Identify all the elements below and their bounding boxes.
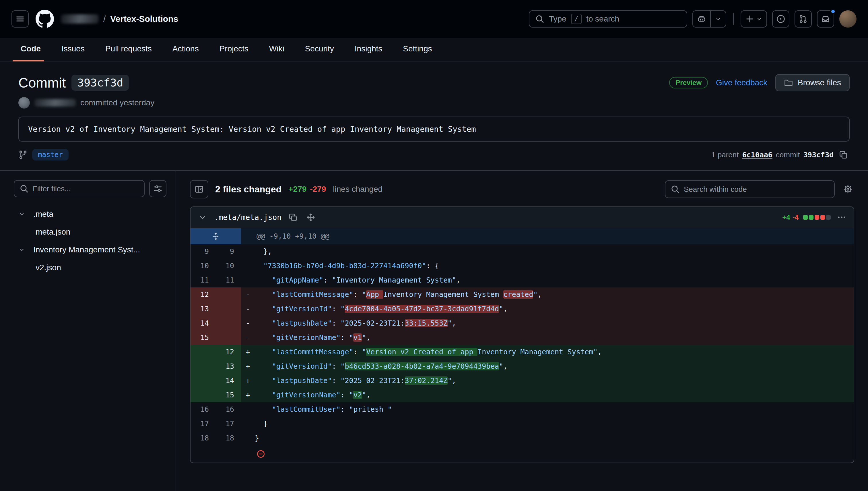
diff-toolbar: 2 files changed +279 -279 lines changed <box>190 180 854 198</box>
new-line-number[interactable]: 12 <box>216 345 241 359</box>
tab-wiki[interactable]: Wiki <box>256 38 292 61</box>
tree-folder-inventory-management-syst[interactable]: Inventory Management Syst... <box>14 241 166 259</box>
page-title: Commit 393cf3d <box>19 75 129 91</box>
chevron-down-icon[interactable] <box>19 211 25 218</box>
old-line-number[interactable] <box>190 359 216 374</box>
old-line-number[interactable] <box>190 374 216 388</box>
author-name-redacted[interactable] <box>34 99 76 107</box>
user-avatar[interactable] <box>839 10 857 28</box>
new-line-number[interactable]: 17 <box>216 416 241 431</box>
preview-badge[interactable]: Preview <box>669 77 708 88</box>
drag-handle[interactable] <box>305 211 317 224</box>
code-search-input[interactable] <box>684 185 829 194</box>
tab-projects[interactable]: Projects <box>207 38 256 61</box>
browse-files-button[interactable]: Browse files <box>775 74 849 91</box>
old-line-number[interactable]: 12 <box>190 287 216 302</box>
global-search-input[interactable]: Type / to search <box>529 10 687 28</box>
new-line-number[interactable] <box>216 287 241 302</box>
old-line-number[interactable]: 17 <box>190 416 216 431</box>
commit-label: commit <box>776 150 800 160</box>
code-line: "lastCommitMessage": "Version v2 Created… <box>255 345 854 359</box>
tab-code[interactable]: Code <box>8 38 49 61</box>
commit-title-label: Commit <box>19 75 66 91</box>
copilot-button[interactable] <box>693 11 711 27</box>
code-line: "gitVersionId": "b46cd533-a028-4b02-a7a4… <box>255 359 854 374</box>
old-line-number[interactable]: 14 <box>190 316 216 330</box>
tab-pull-requests[interactable]: Pull requests <box>93 38 160 61</box>
diff-sign: - <box>241 302 255 316</box>
file-options-button[interactable] <box>835 211 848 224</box>
author-avatar[interactable] <box>19 97 30 109</box>
pull-requests-icon-button[interactable] <box>795 10 812 28</box>
tree-folder-meta[interactable]: .meta <box>14 205 166 223</box>
gear-icon <box>843 184 852 194</box>
parent-sha-link[interactable]: 6c10aa6 <box>742 151 772 159</box>
new-line-number[interactable]: 18 <box>216 431 241 445</box>
tab-settings[interactable]: Settings <box>390 38 440 61</box>
give-feedback-link[interactable]: Give feedback <box>716 78 767 87</box>
commit-author-row: committed yesterday <box>19 97 849 109</box>
diff-lines: @@ -9,10 +9,10 @@99 },1010 "7330b16b-b70… <box>190 228 854 463</box>
old-line-number[interactable]: 9 <box>190 244 216 259</box>
diff-line-del: 15- "gitVersionName": "v1", <box>190 330 854 345</box>
diff-sign <box>241 431 255 445</box>
search-hint-suffix: to search <box>586 15 619 24</box>
diff-sign: + <box>241 374 255 388</box>
chevron-down-icon <box>198 213 207 222</box>
filter-options-button[interactable] <box>149 180 166 197</box>
tree-file-meta-json[interactable]: meta.json <box>14 223 166 241</box>
repo-name-link[interactable]: Vertex-Solutions <box>110 14 178 24</box>
new-line-number[interactable]: 16 <box>216 402 241 416</box>
diff-file-header: .meta/meta.json +4 -4 <box>190 207 854 228</box>
chevron-down-icon[interactable] <box>19 247 25 253</box>
username-redacted[interactable] <box>61 15 99 24</box>
new-line-number[interactable]: 9 <box>216 244 241 259</box>
new-line-number[interactable] <box>216 302 241 316</box>
expand-hunk-button[interactable] <box>190 228 241 244</box>
new-line-number[interactable]: 13 <box>216 359 241 374</box>
code-line: }, <box>255 244 854 259</box>
hamburger-menu-button[interactable] <box>11 10 29 28</box>
copy-sha-button[interactable] <box>837 148 849 161</box>
collapse-diff-button[interactable] <box>196 211 209 224</box>
new-line-number[interactable] <box>216 316 241 330</box>
additions-count: +279 <box>288 184 306 194</box>
chevron-down-icon <box>756 16 763 22</box>
file-path[interactable]: .meta/meta.json <box>214 213 281 222</box>
issues-icon-button[interactable] <box>772 10 789 28</box>
tab-issues[interactable]: Issues <box>49 38 93 61</box>
collapse-file-tree-button[interactable] <box>190 180 208 198</box>
new-line-number[interactable] <box>216 330 241 345</box>
tab-insights[interactable]: Insights <box>342 38 391 61</box>
old-line-number[interactable]: 13 <box>190 302 216 316</box>
new-line-number[interactable]: 10 <box>216 259 241 273</box>
copy-path-button[interactable] <box>287 211 299 224</box>
code-line: } <box>255 431 854 445</box>
create-new-button[interactable] <box>741 10 767 28</box>
file-filter-input[interactable] <box>33 184 139 193</box>
copilot-dropdown-button[interactable] <box>711 11 726 27</box>
tree-file-v2-json[interactable]: v2.json <box>14 259 166 277</box>
diff-sign: + <box>241 345 255 359</box>
old-line-number[interactable]: 10 <box>190 259 216 273</box>
tab-security[interactable]: Security <box>292 38 342 61</box>
old-line-number[interactable]: 18 <box>190 431 216 445</box>
new-line-number[interactable]: 11 <box>216 273 241 287</box>
new-line-number[interactable]: 15 <box>216 388 241 402</box>
inbox-button[interactable] <box>817 10 834 28</box>
old-line-number[interactable] <box>190 388 216 402</box>
old-line-number[interactable]: 16 <box>190 402 216 416</box>
diff-sign <box>241 244 255 259</box>
branch-badge[interactable]: master <box>32 149 69 161</box>
diff-settings-button[interactable] <box>842 183 854 196</box>
diff-line-del: 12- "lastCommitMessage": "App Inventory … <box>190 287 854 302</box>
git-pull-request-icon <box>799 15 808 24</box>
tab-actions[interactable]: Actions <box>160 38 207 61</box>
old-line-number[interactable]: 15 <box>190 330 216 345</box>
new-line-number[interactable]: 14 <box>216 374 241 388</box>
old-line-number[interactable]: 11 <box>190 273 216 287</box>
old-line-number[interactable] <box>190 345 216 359</box>
copy-icon <box>839 150 848 160</box>
diff-file-card: .meta/meta.json +4 -4 @@ -9,10 +9,10 @@9… <box>190 206 854 463</box>
github-logo-icon[interactable] <box>36 10 54 28</box>
